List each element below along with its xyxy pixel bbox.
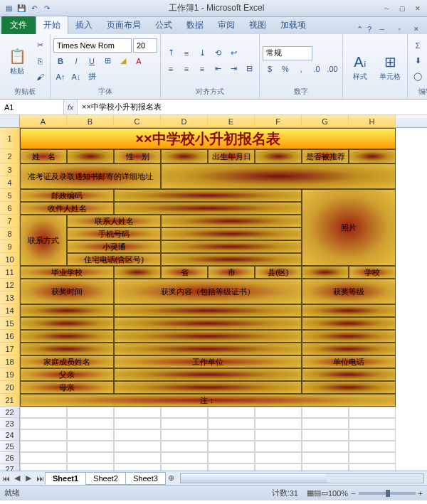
col-header-H[interactable]: H — [349, 115, 396, 127]
row-header-10[interactable]: 10 — [0, 253, 20, 266]
label-prov[interactable]: 省 — [161, 266, 208, 279]
zoom-control[interactable]: 100% − + — [328, 489, 423, 498]
tab-addins[interactable]: 加载项 — [273, 16, 313, 34]
indent-dec-icon[interactable]: ⇤ — [211, 62, 225, 76]
label-address[interactable]: 准考证及录取通知书邮寄的详细地址 — [20, 163, 161, 189]
inc-decimal-icon[interactable]: .0 — [310, 62, 324, 76]
align-right-icon[interactable]: ≡ — [195, 62, 209, 76]
doc-close-button[interactable]: ✕ — [410, 24, 423, 34]
award-time-15[interactable] — [20, 330, 114, 343]
label-birth[interactable]: 出生年月日 — [208, 149, 255, 163]
indent-inc-icon[interactable]: ⇥ — [226, 62, 241, 76]
label-fam-work[interactable]: 工作单位 — [114, 355, 302, 368]
empty-cell[interactable] — [349, 407, 396, 418]
align-left-icon[interactable]: ≡ — [164, 62, 178, 76]
tab-insert[interactable]: 插入 — [68, 16, 100, 34]
input-school2[interactable] — [302, 266, 349, 279]
label-mobile[interactable]: 手机号码 — [67, 227, 161, 240]
empty-cell[interactable] — [255, 463, 302, 471]
row-header-27[interactable]: 27 — [0, 463, 20, 471]
empty-cell[interactable] — [302, 452, 349, 463]
award-time-14[interactable] — [20, 317, 114, 330]
formula-input[interactable]: ××中学校小升初报名表 — [77, 100, 427, 114]
label-recipient[interactable]: 收件人姓名 — [20, 202, 114, 215]
input-phs[interactable] — [161, 240, 302, 253]
view-normal-icon[interactable]: ▦ — [307, 488, 314, 498]
close-button[interactable]: ✕ — [411, 4, 424, 14]
tab-layout[interactable]: 页面布局 — [100, 16, 148, 34]
label-name[interactable]: 姓 名 — [20, 149, 67, 163]
row-header-8[interactable]: 8 — [0, 227, 20, 240]
tab-review[interactable]: 审阅 — [211, 16, 242, 34]
autosum-icon[interactable]: Σ — [411, 38, 425, 53]
new-sheet-icon[interactable]: ⊕ — [166, 473, 177, 483]
zoom-out-icon[interactable]: − — [351, 489, 355, 498]
input-contact-name[interactable] — [161, 215, 302, 227]
row-header-12[interactable]: 12 — [0, 279, 20, 291]
label-sch[interactable]: 学校 — [349, 266, 396, 279]
mother-tel[interactable] — [302, 381, 396, 394]
empty-cell[interactable] — [208, 441, 255, 452]
empty-cell[interactable] — [302, 441, 349, 452]
border-button[interactable]: ⊞ — [100, 54, 115, 68]
award-level-15[interactable] — [302, 330, 396, 343]
empty-cell[interactable] — [20, 429, 67, 441]
empty-cell[interactable] — [161, 452, 208, 463]
empty-cell[interactable] — [302, 407, 349, 418]
award-level-14[interactable] — [302, 317, 396, 330]
wrap-text-icon[interactable]: ↩ — [226, 46, 241, 60]
empty-cell[interactable] — [161, 407, 208, 418]
empty-cell[interactable] — [161, 463, 208, 471]
row-header-19[interactable]: 19 — [0, 368, 20, 381]
grow-font-icon[interactable]: A↑ — [53, 70, 68, 84]
row-header-24[interactable]: 24 — [0, 429, 20, 441]
fill-color-button[interactable]: ◢ — [116, 54, 130, 68]
align-bottom-icon[interactable]: ⤓ — [195, 46, 209, 60]
copy-icon[interactable]: ⎘ — [33, 54, 47, 68]
empty-cell[interactable] — [349, 418, 396, 429]
row-header-5[interactable]: 5 — [0, 189, 20, 202]
empty-cell[interactable] — [114, 452, 161, 463]
award-time-16[interactable] — [20, 343, 114, 355]
row-header-16[interactable]: 16 — [0, 330, 20, 343]
empty-cell[interactable] — [349, 429, 396, 441]
award-time-13[interactable] — [20, 304, 114, 317]
row-header-11[interactable]: 11 — [0, 266, 20, 279]
row-header-3[interactable]: 3 — [0, 163, 20, 176]
input-mobile[interactable] — [161, 227, 302, 240]
input-address[interactable] — [161, 163, 396, 189]
row-header-26[interactable]: 26 — [0, 452, 20, 463]
empty-cell[interactable] — [67, 418, 114, 429]
cell-grid[interactable]: ××中学校小升初报名表姓 名性 别出生年月日是否被推荐准考证及录取通知书邮寄的详… — [20, 128, 427, 471]
label-recommend[interactable]: 是否被推荐 — [302, 149, 349, 163]
empty-cell[interactable] — [20, 463, 67, 471]
view-break-icon[interactable]: ▭ — [321, 488, 328, 498]
view-layout-icon[interactable]: ▤ — [314, 488, 321, 498]
doc-minimize-button[interactable]: ─ — [376, 24, 389, 34]
align-top-icon[interactable]: ⤒ — [164, 46, 178, 60]
col-header-G[interactable]: G — [302, 115, 349, 127]
label-contact[interactable]: 联系方式 — [20, 215, 67, 266]
row-header-2[interactable]: 2 — [0, 149, 20, 163]
row-header-21[interactable]: 21 — [0, 394, 20, 407]
tab-nav-first[interactable]: ⏮ — [0, 474, 11, 483]
bold-button[interactable]: B — [53, 54, 68, 68]
col-header-F[interactable]: F — [255, 115, 302, 127]
row-header-17[interactable]: 17 — [0, 343, 20, 355]
orientation-icon[interactable]: ⟲ — [211, 46, 225, 60]
tab-nav-last[interactable]: ⏭ — [34, 474, 46, 483]
format-painter-icon[interactable]: 🖌 — [33, 70, 47, 84]
empty-cell[interactable] — [67, 429, 114, 441]
fill-icon[interactable]: ⬇ — [411, 54, 425, 68]
label-school[interactable]: 毕业学校 — [20, 266, 114, 279]
award-level-13[interactable] — [302, 304, 396, 317]
help-icon[interactable]: ? — [367, 25, 371, 33]
align-center-icon[interactable]: ≡ — [179, 62, 194, 76]
empty-cell[interactable] — [161, 441, 208, 452]
underline-button[interactable]: U — [85, 54, 99, 68]
zoom-in-icon[interactable]: + — [418, 489, 423, 498]
empty-cell[interactable] — [255, 452, 302, 463]
form-title[interactable]: ××中学校小升初报名表 — [20, 128, 396, 149]
col-header-C[interactable]: C — [114, 115, 161, 127]
label-zip[interactable]: 邮政编码 — [20, 189, 114, 202]
